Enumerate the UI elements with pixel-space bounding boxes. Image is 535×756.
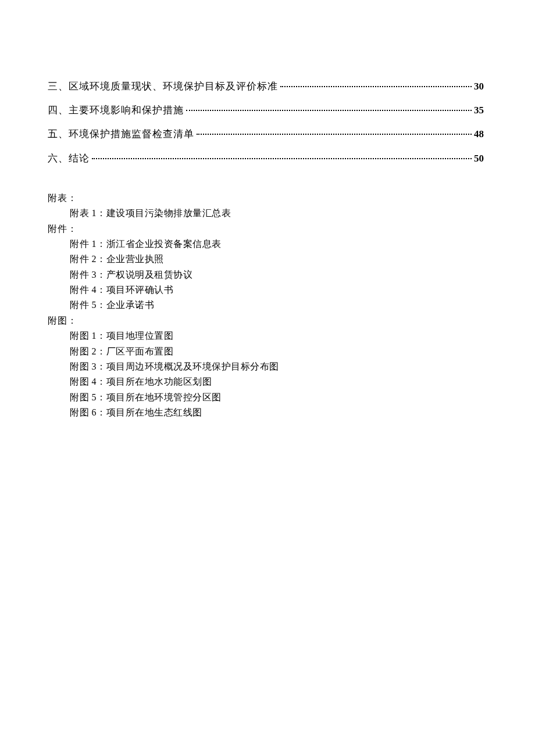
appendix-list: 附表： 附表 1：建设项目污染物排放量汇总表 附件： 附件 1：浙江省企业投资备… — [48, 191, 484, 421]
appendix-attachments-header: 附件： — [48, 221, 484, 237]
appendix-figure-item: 附图 1：项目地理位置图 — [48, 328, 484, 343]
toc-entry: 六、结论 50 — [48, 151, 484, 166]
appendix-attachment-item: 附件 2：企业营业执照 — [48, 252, 484, 267]
appendix-attachment-item: 附件 5：企业承诺书 — [48, 298, 484, 313]
appendix-figure-item: 附图 2：厂区平面布置图 — [48, 344, 484, 359]
toc-entry-title: 三、区域环境质量现状、环境保护目标及评价标准 — [48, 78, 278, 94]
toc-entry: 三、区域环境质量现状、环境保护目标及评价标准 30 — [48, 78, 484, 94]
toc-entry-page: 48 — [474, 126, 484, 142]
appendix-figure-item: 附图 6：项目所在地生态红线图 — [48, 405, 484, 420]
appendix-attachment-item: 附件 3：产权说明及租赁协议 — [48, 267, 484, 282]
toc-entry-page: 50 — [474, 151, 484, 166]
toc-entry: 四、主要环境影响和保护措施 35 — [48, 102, 484, 118]
toc-leader-dots — [186, 110, 472, 111]
toc-entry-page: 30 — [474, 78, 484, 94]
appendix-tables-header: 附表： — [48, 191, 484, 206]
toc-entry-title: 六、结论 — [48, 151, 90, 166]
toc-entry: 五、环境保护措施监督检查清单 48 — [48, 126, 484, 142]
appendix-figure-item: 附图 3：项目周边环境概况及环境保护目标分布图 — [48, 359, 484, 374]
appendix-figure-item: 附图 4：项目所在地水功能区划图 — [48, 374, 484, 389]
toc-entry-title: 五、环境保护措施监督检查清单 — [48, 126, 194, 142]
appendix-attachment-item: 附件 1：浙江省企业投资备案信息表 — [48, 237, 484, 252]
toc-leader-dots — [92, 158, 472, 159]
toc-entry-title: 四、主要环境影响和保护措施 — [48, 102, 184, 118]
toc-entry-page: 35 — [474, 102, 484, 118]
appendix-attachment-item: 附件 4：项目环评确认书 — [48, 282, 484, 298]
toc-leader-dots — [197, 134, 472, 135]
toc-leader-dots — [280, 86, 472, 87]
appendix-figures-header: 附图： — [48, 313, 484, 328]
table-of-contents: 三、区域环境质量现状、环境保护目标及评价标准 30 四、主要环境影响和保护措施 … — [48, 78, 484, 166]
appendix-figure-item: 附图 5：项目所在地环境管控分区图 — [48, 390, 484, 405]
appendix-table-item: 附表 1：建设项目污染物排放量汇总表 — [48, 206, 484, 221]
